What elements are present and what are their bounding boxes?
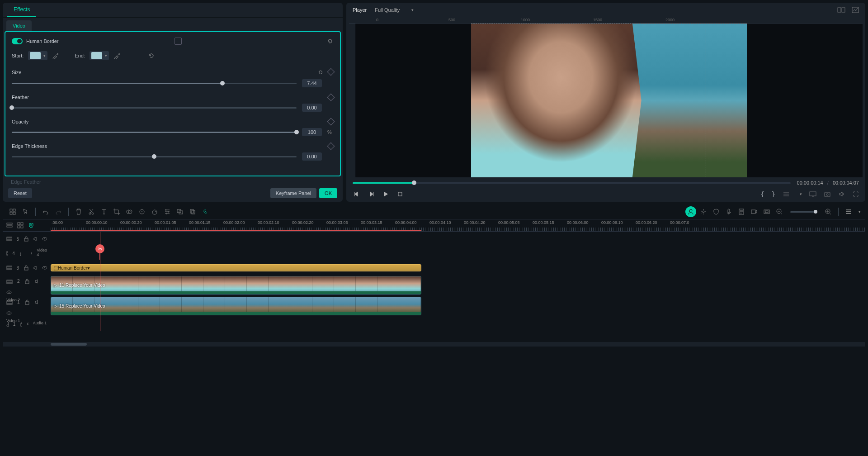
mute-icon[interactable] (25, 251, 27, 256)
note-icon[interactable] (736, 206, 747, 217)
shield-icon[interactable] (711, 206, 722, 217)
scope-icon[interactable] (852, 7, 859, 13)
adjust-icon[interactable] (162, 206, 173, 217)
keyframe-edge-thickness-icon[interactable] (327, 142, 335, 150)
snapshot-icon[interactable] (824, 191, 831, 197)
volume-icon[interactable] (838, 191, 845, 197)
reset-effect-icon[interactable] (326, 38, 334, 45)
fullscreen-icon[interactable] (853, 191, 859, 197)
lock-icon[interactable] (24, 236, 28, 242)
expand-icon[interactable] (175, 38, 182, 45)
scrub-slider[interactable] (353, 182, 791, 184)
end-color-select[interactable]: ▾ (90, 51, 109, 60)
video-clip-1[interactable]: ▷ 15 Replace Your Video (51, 297, 421, 315)
undo-icon[interactable] (40, 206, 51, 217)
track-view-icon[interactable] (843, 206, 854, 217)
keyframe-feather-icon[interactable] (327, 94, 335, 101)
reset-size-icon[interactable] (317, 69, 324, 76)
mute-icon[interactable] (34, 299, 40, 305)
text-icon[interactable] (99, 206, 109, 217)
chevron-down-icon[interactable]: ▾ (859, 209, 861, 214)
layout-icon[interactable] (7, 206, 18, 217)
track-layout-icon[interactable] (6, 222, 13, 228)
stop-button[interactable] (396, 190, 404, 198)
play-button[interactable] (382, 190, 390, 198)
track-row-video2: ▷ 11 Replace Your Video (51, 275, 865, 296)
eyedropper-start-icon[interactable] (52, 52, 59, 59)
tracks-content[interactable]: ⬚Human Border♥ ▷ 11 Replace Your Video ▷… (51, 232, 865, 331)
track-grid-icon[interactable] (17, 222, 24, 228)
copy-icon[interactable] (187, 206, 198, 217)
zoom-in-icon[interactable] (823, 206, 834, 217)
mask-icon[interactable] (124, 206, 135, 217)
preview-area[interactable] (357, 25, 861, 176)
ai-portrait-icon[interactable] (685, 206, 696, 217)
size-slider[interactable] (12, 83, 297, 84)
prev-frame-button[interactable] (353, 190, 361, 198)
edge-feather-label: Edge Feather (3, 179, 343, 185)
lock-icon[interactable] (24, 265, 28, 271)
magnet-icon[interactable] (28, 222, 34, 228)
speed-icon[interactable] (149, 206, 160, 217)
edge-thickness-value[interactable]: 0.00 (302, 152, 322, 161)
opacity-slider[interactable] (12, 132, 297, 133)
crop-icon[interactable] (111, 206, 122, 217)
feather-value[interactable]: 0.00 (302, 104, 322, 112)
lock-icon[interactable] (24, 279, 30, 284)
eye-icon[interactable] (31, 251, 32, 256)
video-clip-2[interactable]: ▷ 11 Replace Your Video (51, 276, 421, 294)
compare-view-icon[interactable] (837, 7, 845, 13)
keyframe-panel-button[interactable]: Keyframe Panel (270, 188, 316, 198)
next-frame-button[interactable] (367, 190, 375, 198)
ok-button[interactable]: OK (319, 188, 337, 198)
keyframe-opacity-icon[interactable] (327, 118, 335, 126)
size-value[interactable]: 7.44 (302, 79, 322, 87)
eye-icon[interactable] (6, 290, 12, 295)
link-icon[interactable] (200, 206, 211, 217)
zoom-out-icon[interactable] (774, 206, 785, 217)
list-icon[interactable] (783, 191, 790, 197)
zoom-slider[interactable] (790, 211, 817, 213)
mute-icon[interactable] (33, 265, 38, 271)
feather-slider[interactable] (12, 107, 297, 109)
mute-icon[interactable] (34, 279, 40, 284)
timeline-scrollbar[interactable] (3, 342, 865, 347)
mute-icon[interactable] (33, 236, 38, 242)
reset-colors-icon[interactable] (148, 52, 155, 59)
video-subtab[interactable]: Video (6, 20, 32, 31)
gear-icon[interactable] (698, 206, 709, 217)
delete-icon[interactable] (73, 206, 84, 217)
opacity-value[interactable]: 100 (302, 128, 322, 136)
reset-button[interactable]: Reset (8, 188, 32, 198)
display-icon[interactable] (809, 191, 816, 197)
quality-dropdown[interactable]: Full Quality ▾ (375, 7, 414, 13)
edge-thickness-slider[interactable] (12, 156, 297, 157)
eye-icon[interactable] (42, 265, 47, 271)
group-icon[interactable] (175, 206, 185, 217)
cut-icon[interactable] (86, 206, 97, 217)
effects-tab[interactable]: Effects (7, 3, 36, 17)
effect-clip[interactable]: ⬚Human Border♥ (51, 264, 421, 271)
chevron-down-icon[interactable]: ▾ (800, 192, 802, 196)
time-ruler[interactable]: :00:0000:00:00:1000:00:00:2000:00:01:050… (51, 219, 865, 231)
motion-icon[interactable] (137, 206, 147, 217)
mark-in-button[interactable]: { (760, 190, 764, 198)
player-scrub-bar: 00:00:00:14 / 00:00:04:07 (346, 177, 865, 188)
redo-icon[interactable] (53, 206, 64, 217)
mark-out-button[interactable]: } (772, 190, 775, 198)
effect-toggle[interactable] (12, 38, 23, 44)
lock-icon[interactable] (19, 251, 21, 256)
mic-icon[interactable] (723, 206, 734, 217)
mute-icon[interactable] (27, 321, 28, 327)
eye-icon[interactable] (6, 310, 12, 316)
eyedropper-end-icon[interactable] (113, 52, 121, 59)
start-color-select[interactable]: ▾ (28, 51, 47, 60)
marker-icon[interactable] (761, 206, 772, 217)
select-tool-icon[interactable] (20, 206, 31, 217)
lock-icon[interactable] (24, 299, 30, 305)
lock-icon[interactable] (20, 321, 22, 327)
eye-icon[interactable] (42, 236, 47, 242)
svg-rect-32 (7, 226, 12, 227)
record-icon[interactable] (749, 206, 760, 217)
keyframe-size-icon[interactable] (327, 68, 335, 76)
